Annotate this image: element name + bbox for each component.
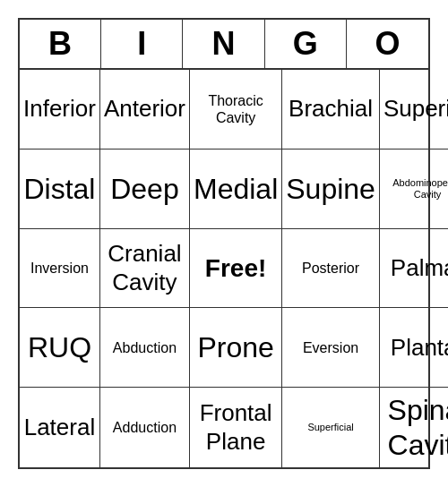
- bingo-cell: Superior: [380, 70, 448, 150]
- cell-text: Lateral: [24, 414, 96, 441]
- bingo-cell: Distal: [20, 150, 100, 229]
- cell-text: Brachial: [289, 95, 373, 123]
- cell-text: Abdominopelvic Cavity: [383, 177, 448, 201]
- cell-text: Cranial Cavity: [104, 240, 185, 295]
- cell-text: RUQ: [28, 330, 91, 364]
- bingo-cell: Anterior: [100, 70, 190, 150]
- bingo-cell: Medial: [190, 150, 282, 229]
- bingo-cell: Inferior: [20, 70, 100, 150]
- cell-text: Deep: [110, 172, 179, 206]
- cell-text: Frontal Plane: [194, 399, 278, 455]
- cell-text: Prone: [197, 330, 273, 364]
- bingo-cell: Free!: [190, 229, 282, 309]
- header-letter: B: [20, 20, 101, 68]
- cell-text: Adduction: [113, 419, 177, 436]
- cell-text: Thoracic Cavity: [194, 92, 278, 126]
- bingo-grid: InferiorAnteriorThoracic CavityBrachialS…: [20, 70, 428, 467]
- bingo-card: BINGO InferiorAnteriorThoracic CavityBra…: [18, 18, 430, 469]
- cell-text: Abduction: [113, 339, 177, 356]
- cell-text: Distal: [23, 172, 95, 206]
- bingo-cell: RUQ: [20, 308, 100, 388]
- cell-text: Eversion: [303, 339, 358, 356]
- cell-text: Plantar: [391, 334, 448, 362]
- cell-text: Medial: [194, 172, 278, 206]
- bingo-cell: Adduction: [100, 388, 190, 467]
- bingo-cell: Palmar: [380, 229, 448, 309]
- header-letter: O: [347, 20, 428, 68]
- bingo-cell: Prone: [190, 308, 282, 388]
- bingo-cell: Cranial Cavity: [100, 229, 190, 309]
- header-letter: G: [265, 20, 347, 68]
- header-letter: I: [101, 20, 183, 68]
- bingo-cell: Frontal Plane: [190, 388, 282, 467]
- cell-text: Supine: [286, 172, 375, 206]
- bingo-cell: Plantar: [380, 308, 448, 388]
- bingo-cell: Supine: [282, 150, 380, 229]
- cell-text: Inversion: [30, 260, 89, 277]
- bingo-cell: Eversion: [282, 308, 380, 388]
- bingo-cell: Posterior: [282, 229, 380, 309]
- cell-text: Free!: [205, 253, 266, 284]
- bingo-cell: Spinal Cavity: [380, 388, 448, 467]
- cell-text: Palmar: [391, 254, 448, 282]
- bingo-cell: Brachial: [282, 70, 380, 150]
- cell-text: Posterior: [302, 260, 359, 277]
- bingo-cell: Superficial: [282, 388, 380, 467]
- cell-text: Superficial: [307, 422, 353, 433]
- cell-text: Spinal Cavity: [383, 393, 448, 462]
- bingo-cell: Inversion: [20, 229, 100, 309]
- bingo-cell: Abduction: [100, 308, 190, 388]
- cell-text: Inferior: [23, 95, 96, 123]
- cell-text: Anterior: [104, 95, 185, 123]
- bingo-cell: Abdominopelvic Cavity: [380, 150, 448, 229]
- bingo-cell: Lateral: [20, 388, 100, 467]
- bingo-cell: Deep: [100, 150, 190, 229]
- cell-text: Superior: [383, 95, 448, 123]
- header-letter: N: [183, 20, 264, 68]
- bingo-cell: Thoracic Cavity: [190, 70, 282, 150]
- bingo-header: BINGO: [20, 20, 428, 70]
